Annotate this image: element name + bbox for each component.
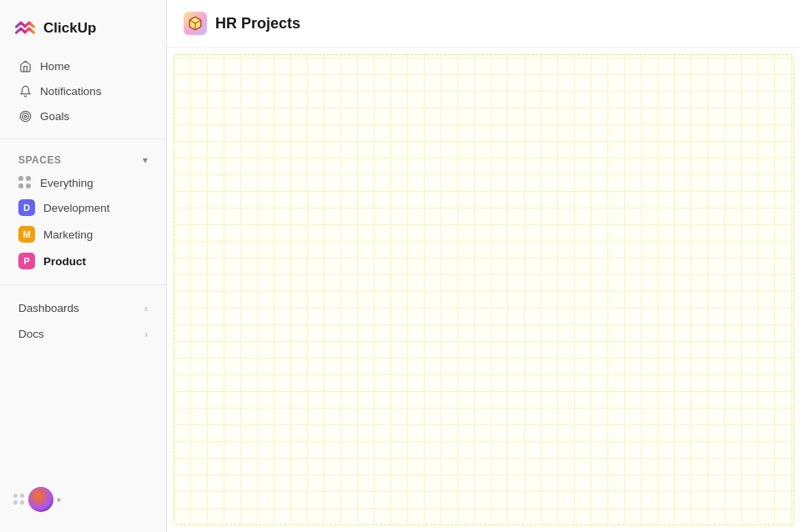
nav-goals[interactable]: Goals	[5, 103, 161, 128]
user-chevron-icon: ▾	[57, 495, 61, 504]
space-product-label: Product	[43, 255, 86, 268]
page-title: HR Projects	[215, 15, 300, 33]
nav-home-label: Home	[40, 60, 70, 73]
nav-notifications-label: Notifications	[40, 85, 102, 98]
space-everything-label: Everything	[40, 177, 93, 189]
spaces-chevron-icon: ▾	[143, 154, 148, 166]
box-icon	[188, 16, 203, 31]
main-dotted-canvas	[174, 54, 794, 525]
section-dashboards[interactable]: Dashboards ›	[5, 295, 161, 321]
nav-home[interactable]: Home	[5, 53, 161, 78]
section-docs[interactable]: Docs ›	[5, 321, 161, 347]
spaces-header[interactable]: Spaces ▾	[5, 149, 161, 171]
space-development[interactable]: D Development	[5, 194, 161, 221]
home-icon	[18, 59, 32, 73]
dashboards-label: Dashboards	[18, 302, 79, 314]
main-header: HR Projects	[167, 0, 801, 48]
space-development-label: Development	[43, 202, 110, 214]
logo-text: ClickUp	[43, 20, 96, 37]
space-product[interactable]: P Product	[5, 248, 161, 274]
spaces-label: Spaces	[18, 154, 61, 166]
user-avatar[interactable]	[28, 487, 53, 512]
sidebar: ClickUp Home Notifications Go	[0, 0, 167, 532]
nav-notifications[interactable]: Notifications	[5, 78, 161, 103]
divider-2	[0, 284, 166, 285]
docs-chevron-icon: ›	[144, 329, 148, 340]
everything-icon	[18, 176, 32, 189]
bell-icon	[18, 84, 32, 98]
space-everything[interactable]: Everything	[5, 171, 161, 194]
nav-goals-label: Goals	[40, 110, 69, 123]
svg-point-1	[22, 113, 28, 119]
nav-divider	[0, 138, 166, 139]
development-avatar: D	[18, 199, 35, 216]
svg-point-2	[24, 115, 27, 118]
sidebar-bottom[interactable]: ▾	[0, 477, 166, 522]
dashboards-chevron-icon: ›	[144, 303, 148, 314]
main-content-area: HR Projects	[167, 0, 801, 532]
marketing-avatar: M	[18, 226, 35, 243]
product-avatar: P	[18, 253, 35, 269]
clickup-logo-icon	[13, 17, 37, 40]
space-marketing[interactable]: M Marketing	[5, 221, 161, 248]
status-dots-icon	[13, 494, 25, 505]
goals-icon	[18, 109, 32, 123]
docs-label: Docs	[18, 328, 44, 340]
avatar-group: ▾	[13, 487, 61, 512]
page-icon	[184, 12, 207, 35]
logo-area[interactable]: ClickUp	[0, 10, 166, 53]
space-marketing-label: Marketing	[43, 228, 93, 241]
